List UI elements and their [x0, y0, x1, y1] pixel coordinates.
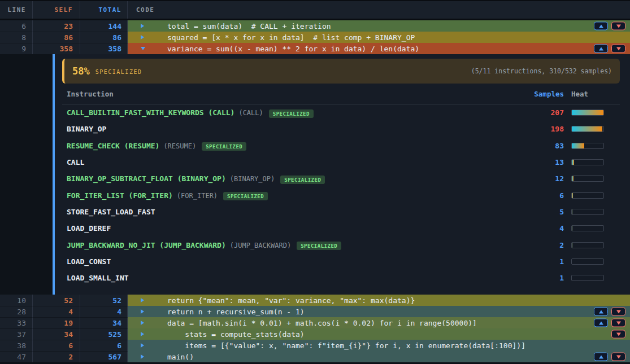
- code-cell[interactable]: return n + recursive_sum(n - 1): [128, 306, 630, 317]
- row-nav-buttons: [594, 22, 625, 30]
- jump-up-button[interactable]: [594, 353, 608, 361]
- base-instruction-name: (FOR_ITER): [177, 192, 218, 200]
- total-samples: 144: [80, 20, 128, 32]
- jump-down-button[interactable]: [611, 330, 625, 339]
- instruction-cell: BINARY_OP: [67, 125, 479, 133]
- code-line-row[interactable]: 331934data = [math.sin(i * 0.01) + math.…: [0, 317, 630, 328]
- instruction-cell: JUMP_BACKWARD_NO_JIT (JUMP_BACKWARD)(JUM…: [67, 241, 479, 249]
- code-cell[interactable]: variance = sum((x - mean) ** 2 for x in …: [128, 43, 630, 54]
- samples-value: 83: [479, 142, 564, 150]
- total-samples: 358: [80, 43, 128, 54]
- jump-down-button[interactable]: [611, 308, 625, 316]
- expand-icon[interactable]: [141, 309, 144, 314]
- code-cell[interactable]: data = [math.sin(i * 0.01) + math.cos(i …: [128, 317, 630, 328]
- code-cell[interactable]: total = sum(data) # CALL + iteration: [128, 20, 630, 32]
- expand-icon[interactable]: [141, 35, 144, 40]
- instruction-name: LOAD_DEREF: [67, 224, 111, 233]
- profiler-window: LINE SELF TOTAL CODE 623144total = sum(d…: [0, 0, 630, 364]
- column-header-line: LINE: [0, 1, 33, 19]
- heat-cell: [571, 159, 620, 165]
- arrow-down-icon: [616, 321, 621, 324]
- code-line-row[interactable]: 3866 items = [{"value": x, "name": f"ite…: [0, 340, 630, 351]
- expand-icon[interactable]: [141, 354, 144, 359]
- samples-count: 5: [559, 208, 564, 216]
- code-cell[interactable]: return {"mean": mean, "var": variance, "…: [128, 295, 630, 306]
- row-nav-buttons: [594, 45, 625, 53]
- heat-cell: [571, 176, 620, 182]
- table-header: LINE SELF TOTAL CODE: [0, 0, 630, 20]
- arrow-up-icon: [599, 310, 603, 313]
- column-header-heat: Heat: [571, 90, 620, 98]
- expand-icon[interactable]: [141, 24, 144, 28]
- instruction-row[interactable]: LOAD_CONST1: [62, 253, 620, 270]
- heat-bar-fill: [572, 176, 573, 181]
- jump-up-button[interactable]: [594, 319, 608, 327]
- code-line-row[interactable]: 2844return n + recursive_sum(n - 1): [0, 306, 630, 317]
- heat-cell: [571, 209, 620, 215]
- instruction-cell: CALL: [67, 158, 479, 166]
- instruction-row[interactable]: STORE_FAST_LOAD_FAST5: [62, 204, 620, 220]
- code-line-row[interactable]: 88686squared = [x * x for x in data] # l…: [0, 32, 630, 43]
- line-number: 47: [0, 351, 33, 362]
- instruction-row[interactable]: BINARY_OP198: [62, 121, 620, 137]
- row-nav-buttons: [594, 353, 625, 361]
- code-line-row[interactable]: 9358358variance = sum((x - mean) ** 2 fo…: [0, 43, 630, 54]
- instruction-row[interactable]: CALL_BUILTIN_FAST_WITH_KEYWORDS (CALL)(C…: [62, 104, 620, 121]
- instruction-row[interactable]: JUMP_BACKWARD_NO_JIT (JUMP_BACKWARD)(JUM…: [62, 236, 620, 253]
- code-cell[interactable]: items = [{"value": x, "name": f"item_{i}…: [128, 340, 630, 351]
- code-line-row[interactable]: 3734525 stats = compute_stats(data): [0, 328, 630, 340]
- heat-cell: [571, 192, 620, 199]
- expand-icon[interactable]: [141, 298, 144, 302]
- instruction-row[interactable]: RESUME_CHECK (RESUME)(RESUME)SPECIALIZED…: [62, 138, 620, 154]
- code-cell[interactable]: squared = [x * x for x in data] # list c…: [128, 32, 630, 43]
- panel-gutter: [0, 54, 53, 295]
- specialized-badge: SPECIALIZED: [269, 109, 314, 118]
- code-cell[interactable]: main(): [128, 351, 630, 362]
- jump-down-button[interactable]: [611, 45, 625, 53]
- samples-count: 1: [559, 274, 564, 282]
- heat-bar-fill: [572, 143, 584, 148]
- code-text: data = [math.sin(i * 0.01) + math.cos(i …: [128, 319, 477, 327]
- line-number: 6: [0, 20, 33, 32]
- code-text: return n + recursive_sum(n - 1): [128, 308, 305, 316]
- code-line-row[interactable]: 623144total = sum(data) # CALL + iterati…: [0, 20, 630, 32]
- instruction-row[interactable]: LOAD_SMALL_INT1: [62, 270, 620, 286]
- code-cell[interactable]: stats = compute_stats(data): [128, 328, 630, 340]
- self-samples: 6: [33, 340, 80, 351]
- instruction-row[interactable]: FOR_ITER_LIST (FOR_ITER)(FOR_ITER)SPECIA…: [62, 187, 620, 203]
- heat-bar-track: [571, 109, 604, 116]
- collapse-icon[interactable]: [141, 47, 145, 50]
- jump-down-button[interactable]: [611, 353, 625, 361]
- arrow-up-icon: [599, 355, 603, 358]
- line-number: 28: [0, 306, 33, 317]
- column-header-samples: Samples: [479, 90, 564, 98]
- total-samples: 4: [80, 306, 128, 317]
- samples-value: 2: [479, 241, 564, 249]
- self-samples: 23: [33, 20, 80, 32]
- code-line-row[interactable]: 472567main(): [0, 351, 630, 362]
- line-number: 8: [0, 32, 33, 43]
- jump-up-button[interactable]: [594, 22, 608, 30]
- total-samples: 525: [80, 328, 128, 340]
- instruction-name: CALL: [67, 158, 84, 166]
- expand-icon[interactable]: [141, 332, 144, 336]
- instruction-name: JUMP_BACKWARD_NO_JIT (JUMP_BACKWARD): [67, 241, 226, 249]
- specialized-badge: SPECIALIZED: [280, 176, 325, 184]
- expand-icon[interactable]: [141, 343, 144, 348]
- instruction-row[interactable]: CALL13: [62, 154, 620, 170]
- code-text: total = sum(data) # CALL + iteration: [128, 22, 331, 30]
- samples-count: 83: [555, 142, 564, 150]
- instruction-table-header: Instruction Samples Heat: [62, 84, 620, 104]
- line-number: 38: [0, 340, 33, 351]
- jump-up-button[interactable]: [594, 308, 608, 316]
- jump-up-button[interactable]: [594, 45, 608, 53]
- jump-down-button[interactable]: [611, 22, 625, 30]
- samples-count: 207: [551, 108, 564, 117]
- jump-down-button[interactable]: [611, 319, 625, 327]
- code-rows-top: 623144total = sum(data) # CALL + iterati…: [0, 20, 630, 54]
- expand-icon[interactable]: [141, 321, 144, 325]
- line-number: 33: [0, 317, 33, 328]
- code-line-row[interactable]: 105252return {"mean": mean, "var": varia…: [0, 295, 630, 306]
- instruction-row[interactable]: BINARY_OP_SUBTRACT_FLOAT (BINARY_OP)(BIN…: [62, 170, 620, 187]
- instruction-row[interactable]: LOAD_DEREF4: [62, 220, 620, 236]
